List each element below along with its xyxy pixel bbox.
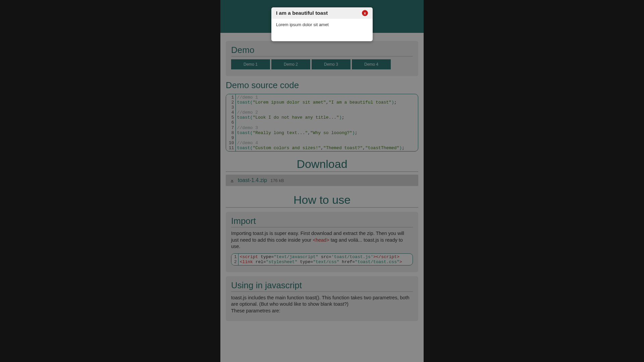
modal-overlay[interactable]: I am a beautiful toast x Lorem ipsum dol… bbox=[0, 0, 644, 362]
toast-title: I am a beautiful toast bbox=[276, 10, 328, 16]
toast-header: I am a beautiful toast x bbox=[271, 7, 373, 19]
toast-body: Lorem ipsum dolor sit amet bbox=[271, 19, 373, 41]
toast-dialog: I am a beautiful toast x Lorem ipsum dol… bbox=[271, 7, 373, 41]
toast-close-button[interactable]: x bbox=[362, 10, 368, 16]
